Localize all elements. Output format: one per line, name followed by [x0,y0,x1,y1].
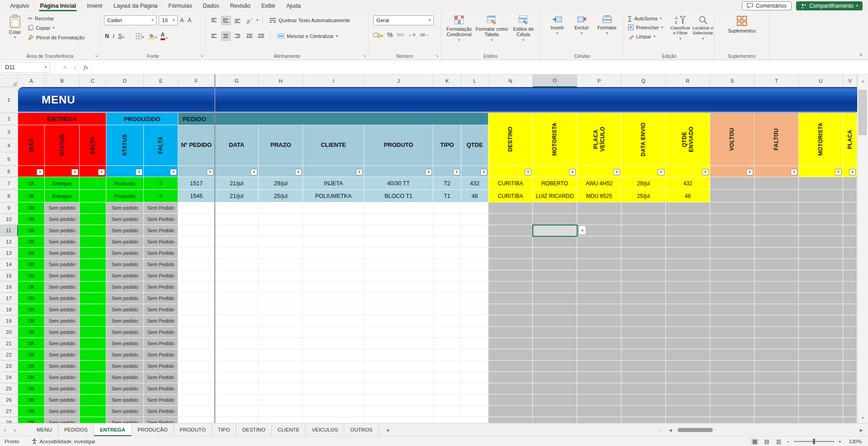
cell-H20[interactable] [259,327,303,338]
cell-T9[interactable] [754,202,799,214]
cell-J21[interactable] [364,338,433,349]
column-header-P[interactable]: P [577,75,621,87]
cell-J8[interactable]: BLOCO T1 [364,190,433,202]
cell-A28[interactable]: OK [18,417,45,423]
cell-L12[interactable] [461,236,489,248]
filter-button-J[interactable]: ▾ [425,169,432,175]
underline-button[interactable]: S▾ [118,33,124,39]
cell-N21[interactable] [489,338,533,349]
cell-E26[interactable]: Sem Pedido [144,394,178,406]
row-header-17[interactable]: 17 [0,293,18,304]
cell-D12[interactable]: Sem pedido [106,236,144,248]
cell-D13[interactable]: Sem pedido [106,248,144,259]
menu-tab-ajuda[interactable]: Ajuda [281,0,306,11]
cell-P21[interactable] [577,338,621,349]
cell-C19[interactable] [80,315,106,327]
align-right-button[interactable] [233,32,242,41]
sheet-nav-right-button[interactable]: › [10,423,20,436]
cell-D25[interactable]: Sem pedido [106,383,144,394]
cell-O25[interactable] [533,383,577,394]
cell-O28[interactable] [533,417,577,423]
cell-R15[interactable] [666,270,710,282]
cell-T16[interactable] [754,282,799,293]
cell-T21[interactable] [754,338,799,349]
cell-A14[interactable]: OK [18,259,45,270]
cell-B7[interactable]: Entregue [45,177,80,190]
cell-Q20[interactable] [621,327,666,338]
cell-K18[interactable] [433,304,461,315]
cell-H22[interactable] [259,349,303,361]
cell-E20[interactable]: Sem Pedido [144,327,178,338]
cell-N11[interactable] [489,225,533,236]
cell-D11[interactable]: Sem pedido [106,225,144,236]
cell-E18[interactable]: Sem Pedido [144,304,178,315]
filter-button-Q[interactable]: ▾ [658,169,664,175]
cell-G27[interactable] [215,406,259,417]
cell-J28[interactable] [364,417,433,423]
cell-J12[interactable] [364,236,433,248]
name-box[interactable]: O11▾ [1,62,50,73]
column-header-N[interactable]: N [489,75,533,87]
cell-S21[interactable] [710,338,754,349]
cell-B9[interactable]: Sem pedido [45,202,80,214]
sort-filter-button[interactable]: AZ Classificar e Filtrar ▾ [669,15,691,41]
cell-Q10[interactable] [621,214,666,225]
cell-U15[interactable] [799,270,843,282]
zoom-in-button[interactable]: + [839,439,841,444]
cell-T12[interactable] [754,236,799,248]
cell-G14[interactable] [215,259,259,270]
cell-N18[interactable] [489,304,533,315]
row-header-8[interactable]: 8 [0,190,18,202]
row-header-2[interactable]: 2 [0,113,18,125]
cell-A20[interactable]: OK [18,327,45,338]
format-painter-button[interactable]: Pincel de Formatação [28,34,85,40]
cell-L14[interactable] [461,259,489,270]
sheet-tab-produto[interactable]: PRODUTO [174,423,212,436]
sheet-tab-menu[interactable]: MENU [31,423,58,436]
accounting-format-button[interactable]: ▾ [373,32,383,38]
cell-D15[interactable]: Sem pedido [106,270,144,282]
formula-input[interactable] [91,61,868,73]
column-header-R[interactable]: R [666,75,710,87]
cell-K12[interactable] [433,236,461,248]
cell-F13[interactable] [178,248,215,259]
cell-R18[interactable] [666,304,710,315]
cell-F9[interactable] [178,202,215,214]
cell-J27[interactable] [364,406,433,417]
cell-N15[interactable] [489,270,533,282]
column-header-K[interactable]: K [433,75,461,87]
cell-V16[interactable] [843,282,857,293]
menu-tab-arquivo[interactable]: Arquivo [5,0,34,11]
cell-A25[interactable]: OK [18,383,45,394]
cell-U18[interactable] [799,304,843,315]
cell-D7[interactable]: Produzido [106,177,144,190]
cell-Q24[interactable] [621,372,666,383]
cell-A27[interactable]: OK [18,406,45,417]
cell-P23[interactable] [577,361,621,372]
cell-R14[interactable] [666,259,710,270]
cell-F11[interactable] [178,225,215,236]
cell-V17[interactable] [843,293,857,304]
cell-D22[interactable]: Sem pedido [106,349,144,361]
cell-L10[interactable] [461,214,489,225]
cell-F18[interactable] [178,304,215,315]
cell-S23[interactable] [710,361,754,372]
cell-F17[interactable] [178,293,215,304]
cell-Q26[interactable] [621,394,666,406]
decrease-indent-button[interactable] [245,32,254,41]
filter-button-O[interactable]: ▾ [569,169,576,175]
cell-E23[interactable]: Sem Pedido [144,361,178,372]
menu-tab-layout-da-página[interactable]: Layout da Página [108,0,163,11]
row-header-3[interactable]: 3 [0,125,18,139]
cell-S18[interactable] [710,304,754,315]
cell-U12[interactable] [799,236,843,248]
cell-V27[interactable] [843,406,857,417]
cell-N24[interactable] [489,372,533,383]
column-header-E[interactable]: E [144,75,178,87]
row-header-23[interactable]: 23 [0,361,18,372]
cell-U17[interactable] [799,293,843,304]
cell-D28[interactable]: Sem pedido [106,417,144,423]
cell-K17[interactable] [433,293,461,304]
sheet-tab-pedidos[interactable]: PEDIDOS [58,423,94,436]
cell-V11[interactable] [843,225,857,236]
